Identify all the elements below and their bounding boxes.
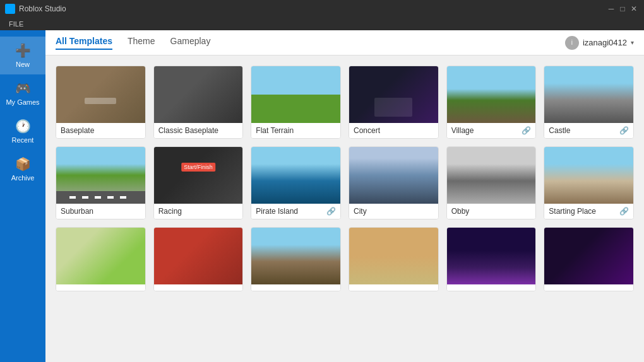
sidebar-item-archive[interactable]: 📦 Archive (0, 150, 45, 188)
link-icon-starting: 🔗 (619, 207, 629, 216)
sidebar: ➕ New 🎮 My Games 🕐 Recent 📦 Archive (0, 30, 45, 362)
template-card-obby[interactable]: Obby (446, 146, 537, 219)
title-bar-controls: ─ □ ✕ (606, 4, 639, 14)
template-thumb-castle (544, 66, 633, 123)
template-card-classic-baseplate[interactable]: Classic Baseplate (153, 66, 244, 139)
top-nav: All Templates Theme Gameplay i izanagi04… (45, 30, 644, 55)
template-name-racing: Racing (158, 207, 182, 216)
template-thumb-row3-5 (447, 228, 536, 284)
sidebar-archive-label: Archive (11, 174, 35, 182)
app-title: Roblox Studio (19, 4, 66, 13)
chevron-down-icon: ▾ (631, 39, 634, 46)
template-footer-starting: Starting Place 🔗 (544, 204, 633, 219)
template-thumb-row3-1 (56, 228, 145, 284)
template-card-row3-6[interactable] (544, 227, 634, 291)
template-name-suburban: Suburban (61, 207, 93, 216)
template-footer-row3-1 (56, 284, 145, 291)
template-card-castle[interactable]: Castle 🔗 (544, 66, 634, 139)
template-footer-village: Village 🔗 (447, 123, 536, 138)
template-card-baseplate[interactable]: Baseplate (56, 66, 146, 139)
templates-grid: Baseplate Classic Baseplate (56, 66, 634, 291)
template-thumb-city (349, 147, 438, 204)
template-card-pirate-island[interactable]: Pirate Island 🔗 (251, 146, 341, 219)
tab-theme[interactable]: Theme (128, 36, 155, 50)
sidebar-item-my-games[interactable]: 🎮 My Games (0, 74, 45, 112)
templates-area: Baseplate Classic Baseplate (45, 55, 644, 362)
template-card-row3-3[interactable] (251, 227, 341, 291)
link-icon-pirate: 🔗 (326, 207, 336, 216)
template-footer-concert: Concert (349, 123, 438, 138)
template-name-pirate: Pirate Island (256, 207, 298, 216)
template-footer-pirate: Pirate Island 🔗 (251, 204, 340, 219)
template-thumb-starting (544, 147, 633, 204)
template-card-row3-4[interactable] (349, 227, 439, 291)
maximize-button[interactable]: □ (617, 4, 628, 14)
link-icon-village: 🔗 (522, 126, 531, 135)
title-bar: Roblox Studio ─ □ ✕ (0, 0, 644, 18)
template-card-flat-terrain[interactable]: Flat Terrain (251, 66, 341, 139)
template-card-racing[interactable]: Start/Finish Racing (153, 146, 244, 219)
template-card-concert[interactable]: Concert (349, 66, 439, 139)
template-thumb-village (447, 66, 536, 123)
template-thumb-racing: Start/Finish (154, 147, 243, 204)
content-area: All Templates Theme Gameplay i izanagi04… (45, 30, 644, 362)
template-thumb-concert (349, 66, 438, 123)
template-footer-row3-6 (544, 284, 633, 291)
tab-gameplay[interactable]: Gameplay (170, 36, 211, 50)
sidebar-recent-label: Recent (12, 136, 34, 144)
sidebar-item-new[interactable]: ➕ New (0, 37, 45, 74)
template-footer-row3-4 (349, 284, 438, 291)
template-footer-city: City (349, 204, 438, 219)
template-thumb-classic (154, 66, 243, 123)
template-card-row3-1[interactable] (56, 227, 146, 291)
template-footer-suburban: Suburban (56, 204, 145, 219)
template-card-row3-5[interactable] (446, 227, 537, 291)
template-footer-castle: Castle 🔗 (544, 123, 633, 138)
main-layout: ➕ New 🎮 My Games 🕐 Recent 📦 Archive All … (0, 30, 644, 362)
template-name-obby: Obby (451, 207, 470, 216)
template-thumb-baseplate (56, 66, 145, 123)
template-card-suburban[interactable]: Suburban (56, 146, 146, 219)
template-thumb-row3-4 (349, 228, 438, 284)
template-thumb-row3-2 (154, 228, 243, 284)
template-name-castle: Castle (549, 126, 570, 135)
close-button[interactable]: ✕ (629, 4, 639, 14)
template-name-classic: Classic Baseplate (158, 126, 218, 135)
title-bar-left: Roblox Studio (5, 4, 66, 14)
template-name-starting: Starting Place (549, 207, 596, 216)
template-footer-flat: Flat Terrain (251, 123, 340, 138)
link-icon-castle: 🔗 (619, 126, 629, 135)
template-footer-classic: Classic Baseplate (154, 123, 243, 138)
sidebar-new-label: New (16, 61, 30, 68)
avatar: i (565, 36, 579, 50)
template-name-concert: Concert (354, 126, 380, 135)
menu-file[interactable]: FILE (5, 20, 27, 28)
menu-bar: FILE (0, 18, 644, 30)
template-footer-row3-2 (154, 284, 243, 291)
template-thumb-row3-3 (251, 228, 340, 284)
template-card-village[interactable]: Village 🔗 (446, 66, 537, 139)
sidebar-my-games-label: My Games (6, 98, 39, 106)
minimize-button[interactable]: ─ (606, 4, 616, 14)
app-logo (5, 4, 15, 14)
template-thumb-row3-6 (544, 228, 633, 284)
user-badge[interactable]: i izanagi0412 ▾ (565, 36, 634, 50)
template-thumb-suburban (56, 147, 145, 204)
template-card-row3-2[interactable] (153, 227, 244, 291)
template-footer-baseplate: Baseplate (56, 123, 145, 138)
template-footer-row3-3 (251, 284, 340, 291)
template-card-city[interactable]: City (349, 146, 439, 219)
template-thumb-flat (251, 66, 340, 123)
template-name-city: City (354, 207, 367, 216)
template-card-starting-place[interactable]: Starting Place 🔗 (544, 146, 634, 219)
my-games-icon: 🎮 (15, 81, 31, 96)
template-name-flat: Flat Terrain (256, 126, 294, 135)
template-name-baseplate: Baseplate (61, 126, 94, 135)
template-thumb-obby (447, 147, 536, 204)
template-thumb-pirate (251, 147, 340, 204)
template-name-village: Village (451, 126, 474, 135)
username-label: izanagi0412 (583, 38, 627, 47)
sidebar-item-recent[interactable]: 🕐 Recent (0, 112, 45, 150)
tab-all-templates[interactable]: All Templates (56, 36, 112, 50)
archive-icon: 📦 (15, 156, 31, 172)
